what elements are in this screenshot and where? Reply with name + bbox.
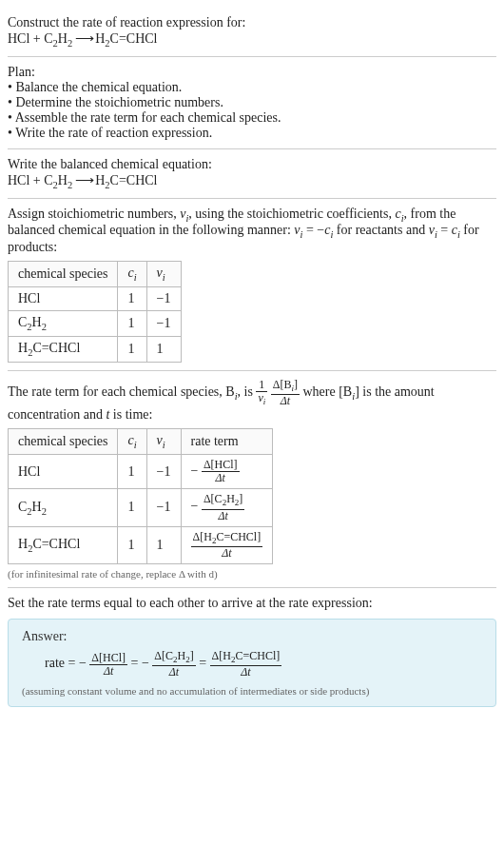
col-ci: ci [118, 262, 146, 287]
species-hcl: HCl [8, 31, 29, 46]
table-row: C2H2 1 −1 [9, 310, 182, 336]
table-row: H2C=CHCl 1 1 Δ[H2C=CHCl] Δt [9, 526, 273, 563]
table-row: HCl 1 −1 − Δ[HCl] Δt [9, 454, 273, 488]
table-row: C2H2 1 −1 − Δ[C2H2] Δt [9, 489, 273, 526]
arrow-icon: ⟶ [72, 31, 95, 46]
reaction-equation: HCl + C2H2 ⟶ H2C=CHCl [8, 30, 496, 49]
answer-expression: rate = − Δ[HCl] Δt = − Δ[C2H2] Δt = Δ[H2… [22, 650, 482, 679]
fraction: Δ[H2C=CHCl] Δt [191, 531, 263, 560]
answer-assumption: (assuming constant volume and no accumul… [22, 685, 482, 697]
answer-box: Answer: rate = − Δ[HCl] Δt = − Δ[C2H2] Δ… [8, 619, 496, 706]
table-row: HCl 1 −1 [9, 286, 182, 310]
rate-term-intro: The rate term for each chemical species,… [8, 379, 496, 423]
fraction: Δ[HCl] Δt [89, 652, 127, 678]
plan-item: • Write the rate of reaction expression. [8, 126, 496, 141]
stoich-table: chemical species ci νi HCl 1 −1 C2H2 1 −… [8, 261, 182, 362]
prompt-section: Construct the rate of reaction expressio… [8, 8, 496, 57]
balanced-section: Write the balanced chemical equation: HC… [8, 149, 496, 199]
final-heading: Set the rate terms equal to each other t… [8, 596, 496, 611]
rate-term-section: The rate term for each chemical species,… [8, 371, 496, 589]
fraction: Δ[HCl] Δt [202, 459, 240, 484]
balanced-heading: Write the balanced chemical equation: [8, 157, 496, 172]
table-header-row: chemical species ci νi [9, 262, 182, 287]
fraction: Δ[H2C=CHCl] Δt [210, 650, 282, 679]
fraction: 1 νi [256, 379, 267, 407]
fraction: Δ[Bi] Δt [271, 379, 300, 407]
plan-heading: Plan: [8, 65, 496, 80]
answer-label: Answer: [22, 629, 482, 644]
plan-item: • Assemble the rate term for each chemic… [8, 110, 496, 126]
col-nui: νi [146, 262, 181, 287]
table-row: H2C=CHCl 1 1 [9, 336, 182, 362]
species-h2cchcl: H2C=CHCl [95, 31, 157, 46]
table-header-row: chemical species ci νi rate term [9, 429, 273, 455]
fraction: Δ[C2H2] Δt [152, 650, 195, 679]
col-species: chemical species [9, 262, 118, 287]
final-section: Set the rate terms equal to each other t… [8, 588, 496, 714]
prompt-title: Construct the rate of reaction expressio… [8, 15, 496, 30]
rate-term-note: (for infinitesimal rate of change, repla… [8, 568, 496, 580]
fraction: Δ[C2H2] Δt [202, 493, 244, 522]
species-c2h2: C2H2 [44, 31, 72, 46]
plan-item: • Determine the stoichiometric numbers. [8, 95, 496, 110]
rate-term-table: chemical species ci νi rate term HCl 1 −… [8, 428, 273, 564]
plan-section: Plan: • Balance the chemical equation. •… [8, 57, 496, 149]
stoich-intro: Assign stoichiometric numbers, νi, using… [8, 207, 496, 256]
balanced-equation: HCl + C2H2 ⟶ H2C=CHCl [8, 172, 496, 190]
stoich-section: Assign stoichiometric numbers, νi, using… [8, 199, 496, 371]
plan-item: • Balance the chemical equation. [8, 80, 496, 95]
arrow-icon: ⟶ [72, 173, 95, 187]
